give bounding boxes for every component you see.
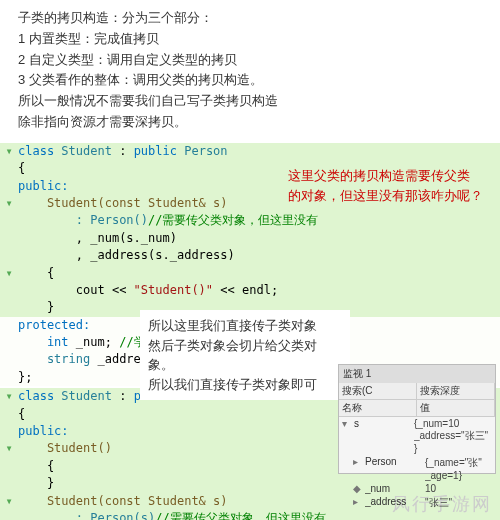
note-line: 3 父类看作的整体：调用父类的拷贝构造。 [18,70,482,91]
field-icon: ◆ [353,483,365,494]
fold-icon[interactable]: ▾ [5,441,12,455]
note-line: 所以一般情况不需要我们自己写子类拷贝构造 [18,91,482,112]
overlay-note: 所以这里我们直接传子类对象 然后子类对象会切片给父类对象。 所以我们直接传子类对… [140,310,350,400]
watch-row[interactable]: ▸Person{_name="张" _age=1} [339,455,495,482]
watch-row[interactable]: ▾s{_num=10 _address="张三" } [339,417,495,455]
note-line: 然后子类对象会切片给父类对象。 [148,336,342,375]
annotation-line: 这里父类的拷贝构造需要传父类 [288,166,488,186]
note-line: 1 内置类型：完成值拷贝 [18,29,482,50]
watch-title-bar: 监视 1 [339,365,495,383]
note-line: 2 自定义类型：调用自定义类型的拷贝 [18,50,482,71]
expand-icon[interactable]: ▾ [342,418,354,454]
annotation-line: 的对象，但这里没有那该咋办呢？ [288,186,488,206]
note-line: 所以我们直接传子类对象即可 [148,375,342,395]
explanation-notes: 子类的拷贝构造：分为三个部分： 1 内置类型：完成值拷贝 2 自定义类型：调用自… [0,0,500,143]
note-line: 子类的拷贝构造：分为三个部分： [18,8,482,29]
watch-depth-label: 搜索深度 [417,383,495,399]
expand-icon[interactable]: ▸ [353,456,365,481]
note-line: 所以这里我们直接传子类对象 [148,316,342,336]
fold-icon[interactable]: ▾ [5,144,12,158]
fold-icon[interactable]: ▾ [5,494,12,508]
fold-icon[interactable]: ▾ [5,266,12,280]
watch-header: 搜索(C 搜索深度 [339,383,495,400]
fold-icon[interactable]: ▾ [5,196,12,210]
watch-search-label: 搜索(C [339,383,417,399]
expand-icon[interactable]: ▸ [353,496,365,510]
watch-col-value: 值 [417,400,495,416]
note-line: 除非指向资源才需要深拷贝。 [18,112,482,133]
watch-columns: 名称 值 [339,400,495,417]
annotation-1: 这里父类的拷贝构造需要传父类 的对象，但这里没有那该咋办呢？ [288,166,488,205]
watch-col-name: 名称 [339,400,417,416]
watch-row[interactable]: ▸_address"张三" [339,495,495,511]
watch-window[interactable]: 监视 1 搜索(C 搜索深度 名称 值 ▾s{_num=10 _address=… [338,364,496,474]
fold-icon[interactable]: ▾ [5,389,12,403]
watch-title: 监视 1 [343,367,371,381]
watch-row[interactable]: ◆_num10 [339,482,495,495]
